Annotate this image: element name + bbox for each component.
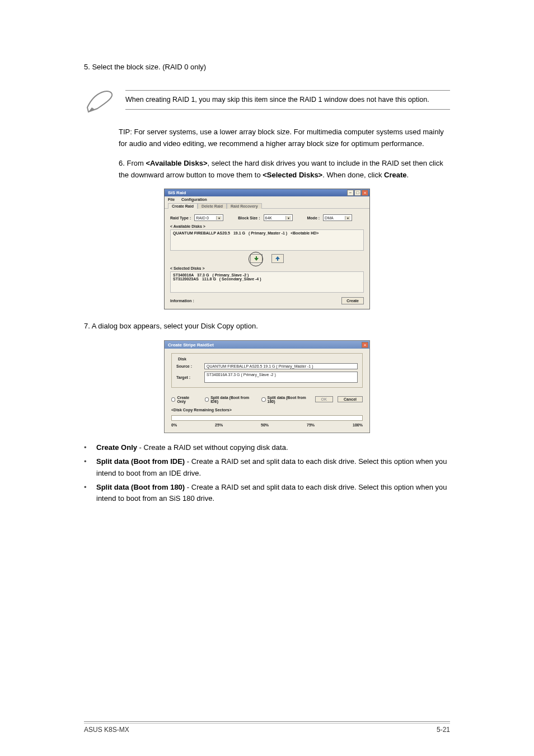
menu-file[interactable]: File xyxy=(168,198,175,201)
progress-scale: 0% 25% 50% 75% 100% xyxy=(171,423,363,427)
maximize-icon[interactable]: □ xyxy=(354,190,361,196)
circle-annotation-icon xyxy=(249,252,263,266)
disk-group: Disk Source : QUANTUM FIREBALLP AS20.5 1… xyxy=(171,353,363,388)
raid-type-select[interactable]: RAID 0▾ xyxy=(194,214,223,221)
cancel-button[interactable]: Cancel xyxy=(338,396,363,402)
mode-label: Mode : xyxy=(307,216,320,220)
footer-product: ASUS K8S-MX xyxy=(84,726,129,734)
page-footer: ASUS K8S-MX 5-21 xyxy=(0,721,534,734)
move-up-button[interactable] xyxy=(271,254,284,263)
available-disks-list[interactable]: QUANTUM FIREBALLP AS20.5 19.1 G ( Primar… xyxy=(170,229,364,251)
minimize-icon[interactable]: − xyxy=(347,190,354,196)
target-label: Target : xyxy=(176,375,200,379)
progress-bar xyxy=(171,415,363,421)
step6: 6. From <Available Disks>, select the ha… xyxy=(119,158,450,181)
pencil-note-icon xyxy=(84,85,115,114)
footer-page-number: 5-21 xyxy=(437,726,450,734)
create-button[interactable]: Create xyxy=(341,297,364,304)
create-stripe-dialog: Create Stripe RaidSet × Disk Source : QU… xyxy=(164,340,370,433)
source-label: Source : xyxy=(176,364,200,368)
block-size-select[interactable]: 64K▾ xyxy=(264,214,293,221)
titlebar: Create Stripe RaidSet × xyxy=(165,341,369,349)
list-item[interactable]: ST340016A 37.3 G ( Primary_Slave -2 ) xyxy=(173,273,361,277)
close-icon[interactable]: × xyxy=(362,342,368,348)
note-block: When creating RAID 1, you may skip this … xyxy=(84,85,450,114)
available-disks-header: < Available Disks > xyxy=(170,224,364,228)
remaining-sectors-label: <Disk Copy Remaining Sectors> xyxy=(171,408,363,412)
disk-group-legend: Disk xyxy=(176,357,188,361)
note-text: When creating RAID 1, you may skip this … xyxy=(125,92,450,107)
menu-configuration[interactable]: Configuration xyxy=(181,198,207,201)
source-field: QUANTUM FIREBALLP AS20.5 19.1 G ( Primar… xyxy=(204,363,358,369)
raid-type-label: Raid Type : xyxy=(170,216,191,220)
list-item[interactable]: QUANTUM FIREBALLP AS20.5 19.1 G ( Primar… xyxy=(173,231,361,235)
dialog-title: Create Stripe RaidSet xyxy=(166,342,214,348)
radio-create-only[interactable]: Create Only xyxy=(171,396,197,403)
tab-strip: Create Raid Delete Raid Raid Recovery xyxy=(165,203,369,209)
ok-button[interactable]: OK xyxy=(315,396,334,402)
disk-copy-options: •Create Only - Create a RAID set without… xyxy=(84,442,450,505)
list-item[interactable]: ST3120023AS 111.8 G ( Secondary_Slave -4… xyxy=(173,277,361,281)
chevron-down-icon: ▾ xyxy=(216,216,222,220)
mode-select[interactable]: DMA▾ xyxy=(323,214,352,221)
radio-split-ide[interactable]: Split data (Boot from IDE) xyxy=(205,396,254,403)
menu-bar: File Configuration xyxy=(165,196,369,203)
information-label: Information : xyxy=(170,299,194,303)
selected-disks-header: < Selected Disks > xyxy=(170,266,364,270)
titlebar: SiS Raid − □ × xyxy=(165,189,369,196)
chevron-down-icon: ▾ xyxy=(345,216,350,220)
target-field: ST340016A 37.3 G ( Primary_Slave -2 ) xyxy=(204,372,358,383)
close-icon[interactable]: × xyxy=(362,190,368,196)
sis-raid-window: SiS Raid − □ × File Configuration Create… xyxy=(164,189,370,309)
chevron-down-icon: ▾ xyxy=(285,216,291,220)
step7: 7. A dialog box appears, select your Dis… xyxy=(84,321,450,332)
radio-split-180[interactable]: Split data (Boot from 180) xyxy=(261,396,310,403)
tab-raid-recovery[interactable]: Raid Recovery xyxy=(227,203,262,209)
step5: 5. Select the block size. (RAID 0 only) xyxy=(84,62,450,73)
selected-disks-list[interactable]: ST340016A 37.3 G ( Primary_Slave -2 ) ST… xyxy=(170,271,364,293)
window-title: SiS Raid xyxy=(166,190,186,195)
block-size-tip: TIP: For server systems, use a lower arr… xyxy=(119,126,450,150)
tab-delete-raid[interactable]: Delete Raid xyxy=(198,203,227,209)
block-size-label: Block Size : xyxy=(238,216,260,220)
tab-create-raid[interactable]: Create Raid xyxy=(168,203,198,209)
